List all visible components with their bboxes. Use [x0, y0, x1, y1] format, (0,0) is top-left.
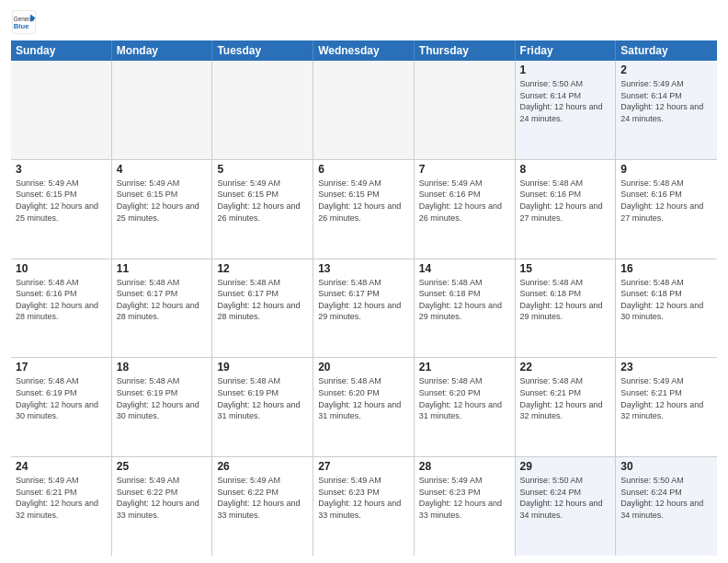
day-cell-8: 8Sunrise: 5:48 AM Sunset: 6:16 PM Daylig…: [516, 160, 617, 259]
day-info: Sunrise: 5:50 AM Sunset: 6:24 PM Dayligh…: [620, 476, 703, 520]
day-number: 5: [217, 163, 308, 176]
day-info: Sunrise: 5:48 AM Sunset: 6:21 PM Dayligh…: [520, 376, 603, 420]
day-info: Sunrise: 5:48 AM Sunset: 6:16 PM Dayligh…: [520, 178, 603, 223]
day-number: 17: [16, 361, 107, 373]
day-info: Sunrise: 5:49 AM Sunset: 6:22 PM Dayligh…: [217, 476, 300, 520]
day-info: Sunrise: 5:48 AM Sunset: 6:17 PM Dayligh…: [318, 278, 401, 322]
header-day-thursday: Thursday: [415, 40, 516, 61]
day-cell-14: 14Sunrise: 5:48 AM Sunset: 6:18 PM Dayli…: [415, 259, 516, 358]
calendar-row-3: 10Sunrise: 5:48 AM Sunset: 6:16 PM Dayli…: [11, 259, 717, 359]
calendar-row-1: 1Sunrise: 5:50 AM Sunset: 6:14 PM Daylig…: [11, 61, 717, 160]
day-number: 13: [318, 262, 409, 275]
day-number: 11: [117, 262, 208, 275]
calendar-body: 1Sunrise: 5:50 AM Sunset: 6:14 PM Daylig…: [11, 61, 717, 556]
day-number: 20: [318, 361, 409, 373]
day-number: 7: [419, 163, 510, 176]
calendar-row-4: 17Sunrise: 5:48 AM Sunset: 6:19 PM Dayli…: [11, 358, 717, 457]
day-number: 27: [318, 460, 409, 473]
day-number: 25: [117, 460, 208, 473]
day-cell-7: 7Sunrise: 5:49 AM Sunset: 6:16 PM Daylig…: [415, 160, 516, 259]
empty-cell: [313, 61, 415, 159]
day-cell-23: 23Sunrise: 5:49 AM Sunset: 6:21 PM Dayli…: [616, 358, 717, 456]
day-info: Sunrise: 5:48 AM Sunset: 6:16 PM Dayligh…: [16, 278, 98, 322]
calendar-row-2: 3Sunrise: 5:49 AM Sunset: 6:15 PM Daylig…: [11, 160, 717, 259]
day-cell-17: 17Sunrise: 5:48 AM Sunset: 6:19 PM Dayli…: [11, 358, 112, 456]
day-cell-27: 27Sunrise: 5:49 AM Sunset: 6:23 PM Dayli…: [313, 457, 415, 556]
day-number: 9: [620, 163, 712, 176]
day-cell-4: 4Sunrise: 5:49 AM Sunset: 6:15 PM Daylig…: [112, 160, 213, 259]
empty-cell: [112, 61, 213, 159]
day-cell-25: 25Sunrise: 5:49 AM Sunset: 6:22 PM Dayli…: [112, 457, 213, 556]
calendar: SundayMondayTuesdayWednesdayThursdayFrid…: [11, 40, 717, 556]
day-cell-2: 2Sunrise: 5:49 AM Sunset: 6:14 PM Daylig…: [616, 61, 717, 159]
header-day-sunday: Sunday: [11, 40, 112, 61]
day-cell-9: 9Sunrise: 5:48 AM Sunset: 6:16 PM Daylig…: [616, 160, 717, 259]
day-number: 14: [419, 262, 510, 275]
day-number: 18: [117, 361, 208, 373]
day-info: Sunrise: 5:49 AM Sunset: 6:21 PM Dayligh…: [620, 376, 703, 420]
day-info: Sunrise: 5:49 AM Sunset: 6:22 PM Dayligh…: [117, 476, 199, 520]
day-number: 10: [16, 262, 107, 275]
day-info: Sunrise: 5:50 AM Sunset: 6:24 PM Dayligh…: [520, 476, 603, 520]
day-info: Sunrise: 5:48 AM Sunset: 6:20 PM Dayligh…: [419, 376, 502, 420]
day-info: Sunrise: 5:49 AM Sunset: 6:15 PM Dayligh…: [217, 178, 300, 223]
day-cell-5: 5Sunrise: 5:49 AM Sunset: 6:15 PM Daylig…: [212, 160, 313, 259]
day-number: 29: [520, 460, 611, 473]
day-info: Sunrise: 5:48 AM Sunset: 6:18 PM Dayligh…: [419, 278, 502, 322]
day-info: Sunrise: 5:49 AM Sunset: 6:15 PM Dayligh…: [117, 178, 199, 223]
empty-cell: [212, 61, 313, 159]
day-cell-3: 3Sunrise: 5:49 AM Sunset: 6:15 PM Daylig…: [11, 160, 112, 259]
header: General Blue: [11, 9, 717, 35]
day-cell-16: 16Sunrise: 5:48 AM Sunset: 6:18 PM Dayli…: [616, 259, 717, 358]
day-cell-20: 20Sunrise: 5:48 AM Sunset: 6:20 PM Dayli…: [313, 358, 415, 456]
day-cell-29: 29Sunrise: 5:50 AM Sunset: 6:24 PM Dayli…: [516, 457, 617, 556]
day-cell-24: 24Sunrise: 5:49 AM Sunset: 6:21 PM Dayli…: [11, 457, 112, 556]
header-day-friday: Friday: [516, 40, 617, 61]
header-day-saturday: Saturday: [616, 40, 717, 61]
day-info: Sunrise: 5:49 AM Sunset: 6:23 PM Dayligh…: [419, 476, 502, 520]
day-info: Sunrise: 5:49 AM Sunset: 6:15 PM Dayligh…: [318, 178, 401, 223]
day-cell-19: 19Sunrise: 5:48 AM Sunset: 6:19 PM Dayli…: [212, 358, 313, 456]
day-cell-30: 30Sunrise: 5:50 AM Sunset: 6:24 PM Dayli…: [616, 457, 717, 556]
day-info: Sunrise: 5:48 AM Sunset: 6:19 PM Dayligh…: [117, 376, 199, 420]
day-number: 28: [419, 460, 510, 473]
day-number: 12: [217, 262, 308, 275]
header-day-monday: Monday: [112, 40, 213, 61]
day-number: 24: [16, 460, 107, 473]
day-info: Sunrise: 5:49 AM Sunset: 6:16 PM Dayligh…: [419, 178, 502, 223]
day-info: Sunrise: 5:49 AM Sunset: 6:15 PM Dayligh…: [16, 178, 98, 223]
empty-cell: [11, 61, 112, 159]
logo-icon: General Blue: [11, 9, 37, 35]
day-cell-21: 21Sunrise: 5:48 AM Sunset: 6:20 PM Dayli…: [415, 358, 516, 456]
day-info: Sunrise: 5:50 AM Sunset: 6:14 PM Dayligh…: [520, 79, 603, 123]
day-info: Sunrise: 5:48 AM Sunset: 6:17 PM Dayligh…: [117, 278, 199, 322]
day-cell-26: 26Sunrise: 5:49 AM Sunset: 6:22 PM Dayli…: [212, 457, 313, 556]
day-info: Sunrise: 5:48 AM Sunset: 6:18 PM Dayligh…: [520, 278, 603, 322]
day-cell-1: 1Sunrise: 5:50 AM Sunset: 6:14 PM Daylig…: [516, 61, 617, 159]
day-info: Sunrise: 5:49 AM Sunset: 6:23 PM Dayligh…: [318, 476, 401, 520]
day-info: Sunrise: 5:48 AM Sunset: 6:18 PM Dayligh…: [620, 278, 703, 322]
day-info: Sunrise: 5:49 AM Sunset: 6:14 PM Dayligh…: [620, 79, 703, 123]
day-info: Sunrise: 5:49 AM Sunset: 6:21 PM Dayligh…: [16, 476, 98, 520]
day-info: Sunrise: 5:48 AM Sunset: 6:17 PM Dayligh…: [217, 278, 300, 322]
day-cell-28: 28Sunrise: 5:49 AM Sunset: 6:23 PM Dayli…: [415, 457, 516, 556]
day-number: 4: [117, 163, 208, 176]
day-number: 22: [520, 361, 611, 373]
day-number: 26: [217, 460, 308, 473]
day-number: 8: [520, 163, 611, 176]
day-cell-15: 15Sunrise: 5:48 AM Sunset: 6:18 PM Dayli…: [516, 259, 617, 358]
day-number: 21: [419, 361, 510, 373]
svg-text:Blue: Blue: [14, 22, 29, 30]
header-day-tuesday: Tuesday: [212, 40, 313, 61]
day-number: 2: [620, 63, 712, 76]
header-day-wednesday: Wednesday: [313, 40, 415, 61]
day-cell-11: 11Sunrise: 5:48 AM Sunset: 6:17 PM Dayli…: [112, 259, 213, 358]
day-number: 3: [16, 163, 107, 176]
calendar-page: General Blue SundayMondayTuesdayWednesda…: [0, 0, 728, 563]
day-info: Sunrise: 5:48 AM Sunset: 6:20 PM Dayligh…: [318, 376, 401, 420]
day-cell-10: 10Sunrise: 5:48 AM Sunset: 6:16 PM Dayli…: [11, 259, 112, 358]
day-number: 1: [520, 63, 611, 76]
day-number: 30: [620, 460, 712, 473]
day-number: 6: [318, 163, 409, 176]
calendar-row-5: 24Sunrise: 5:49 AM Sunset: 6:21 PM Dayli…: [11, 457, 717, 556]
